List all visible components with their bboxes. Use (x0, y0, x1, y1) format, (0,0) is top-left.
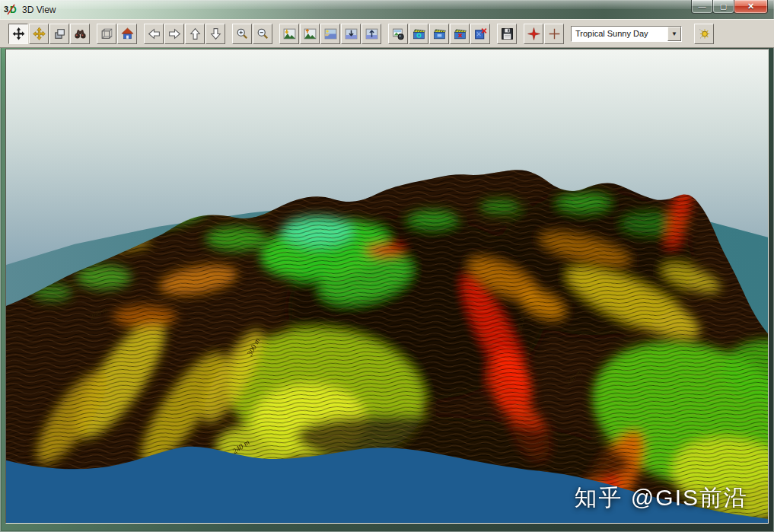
pan-icon (32, 27, 46, 41)
atmosphere-select[interactable]: Tropical Sunny Day ▼ (571, 26, 682, 42)
toolbar-group-terrain (279, 24, 381, 44)
play-movie-icon (432, 27, 447, 41)
close-button[interactable]: ✕ (734, 0, 768, 14)
toolbar-group-arrows (144, 24, 225, 44)
3d-viewport-canvas[interactable]: 240 m 300 m 260 m 280 m 240 m 知乎 @GIS前沿 (5, 49, 769, 524)
restore-icon: ▢ (720, 2, 727, 11)
horizon-view-icon (323, 27, 338, 41)
navigate-select-icon (11, 27, 26, 41)
move-left-icon (147, 27, 161, 41)
horizon-view-button[interactable] (320, 24, 340, 44)
app-window: 3 D 3D View — ▢ ✕ (0, 0, 774, 532)
terrain-raise-button[interactable] (300, 24, 320, 44)
restore-button[interactable]: ▢ (712, 0, 734, 14)
minimize-button[interactable]: — (691, 0, 713, 14)
home-view-button[interactable] (117, 24, 137, 44)
snapshot-button[interactable] (388, 24, 408, 44)
swap-layers-button[interactable] (49, 24, 69, 44)
zoom-in-button[interactable] (232, 24, 252, 44)
terrain-lower-icon (282, 27, 297, 41)
save-icon (500, 27, 514, 41)
watermark: 知乎 @GIS前沿 (575, 483, 748, 514)
move-left-button[interactable] (144, 24, 164, 44)
atmosphere-select-value: Tropical Sunny Day (572, 27, 667, 41)
zoom-in-icon (235, 27, 250, 41)
move-down-icon (209, 27, 223, 41)
toolbar-group-navigation (8, 24, 90, 44)
svg-text:3: 3 (4, 5, 8, 14)
snapshot-icon (391, 27, 406, 41)
move-right-icon (167, 27, 182, 41)
ascend-view-icon (365, 27, 379, 41)
crosshair-button[interactable] (544, 24, 564, 44)
3d-view-app-icon: 3 D (4, 3, 19, 17)
save-button[interactable] (497, 24, 517, 44)
sun-icon (697, 27, 712, 41)
toolbar-group-capture (388, 24, 490, 44)
record-movie-icon (412, 27, 426, 41)
swap-layers-icon (53, 27, 67, 41)
toolbar-group-markers (524, 24, 564, 44)
minimize-icon: — (699, 2, 706, 11)
perspective-box-icon (100, 27, 114, 41)
flight-marker-button[interactable] (524, 24, 543, 44)
descend-view-icon (344, 27, 358, 41)
toolbar-group-view (97, 24, 137, 44)
move-right-button[interactable] (164, 24, 184, 44)
navigate-select-button[interactable] (8, 24, 28, 44)
terrain-scene: 240 m 300 m 260 m 280 m 240 m (6, 49, 768, 523)
pan-button[interactable] (29, 24, 49, 44)
toolbar-group-sun (694, 24, 714, 44)
close-icon: ✕ (747, 2, 754, 11)
title-bar[interactable]: 3 D 3D View — ▢ ✕ (0, 0, 774, 19)
toolbar-group-zoom (232, 24, 272, 44)
play-movie-button[interactable] (429, 24, 449, 44)
toolbar: Tropical Sunny Day ▼ (0, 19, 774, 48)
zoom-out-icon (256, 27, 270, 41)
descend-view-button[interactable] (341, 24, 361, 44)
search-binoculars-button[interactable] (70, 24, 90, 44)
ascend-view-button[interactable] (362, 24, 381, 44)
terrain-lower-button[interactable] (279, 24, 299, 44)
delete-movie-button[interactable] (450, 24, 470, 44)
move-up-icon (188, 27, 202, 41)
sun-position-button[interactable] (694, 24, 714, 44)
export-frame-button[interactable] (470, 24, 490, 44)
search-binoculars-icon (73, 27, 88, 41)
delete-movie-icon (453, 27, 467, 41)
record-movie-button[interactable] (409, 24, 428, 44)
terrain-raise-icon (303, 27, 317, 41)
toolbar-group-save (497, 24, 517, 44)
perspective-box-button[interactable] (97, 24, 116, 44)
flight-marker-icon (527, 27, 541, 41)
home-view-icon (120, 27, 135, 41)
move-down-button[interactable] (205, 24, 225, 44)
chevron-down-icon[interactable]: ▼ (667, 27, 681, 41)
window-title: 3D View (22, 5, 56, 15)
crosshair-icon (547, 27, 562, 41)
move-up-button[interactable] (185, 24, 205, 44)
zoom-out-button[interactable] (253, 24, 272, 44)
export-frame-icon (473, 27, 488, 41)
